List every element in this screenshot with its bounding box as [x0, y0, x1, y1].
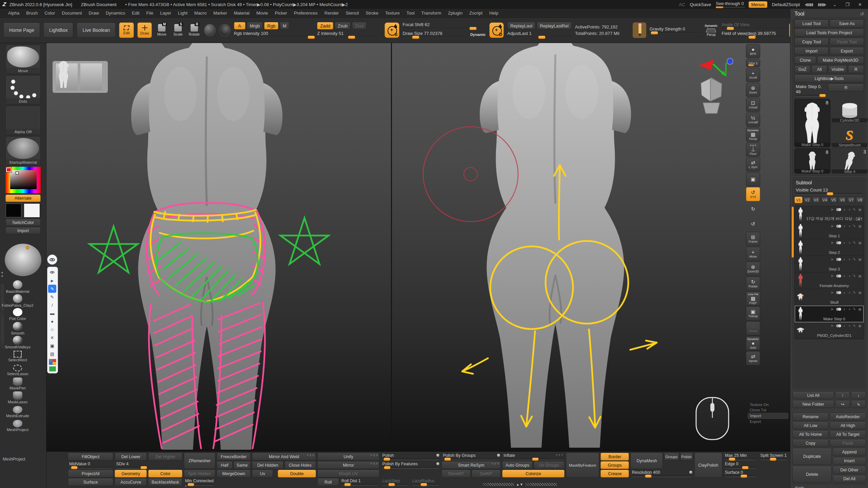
thumbnail-2[interactable]: [80, 63, 102, 90]
uv-button[interactable]: Uv: [252, 470, 273, 477]
right-shelf-button[interactable]: Line Fill ▦ PolyF: [746, 291, 760, 306]
visibility-eye-icon[interactable]: ◉: [858, 208, 862, 211]
resolution-slider[interactable]: Resolution 400: [630, 470, 693, 477]
all-low-button[interactable]: All Low: [792, 422, 829, 429]
right-shelf-button[interactable]: ● BPR: [746, 44, 760, 58]
polish-by-features-slider[interactable]: Polish By Features: [381, 461, 440, 469]
shade-icon[interactable]: ◐: [844, 324, 846, 328]
document-thumbnails[interactable]: [53, 61, 108, 93]
goz-button[interactable]: GoZ: [794, 65, 810, 73]
menu-item[interactable]: Movie: [253, 9, 272, 17]
delmt-button[interactable]: DelMT: [472, 470, 501, 477]
annotation-tool-button[interactable]: ▣: [48, 342, 56, 350]
current-material-sphere[interactable]: [5, 244, 41, 276]
divider-collapse-icon[interactable]: ◂▮▮▮▮: [805, 2, 813, 7]
visibility-eye-icon[interactable]: ◉: [858, 224, 862, 228]
dynamesh-polish-button[interactable]: Polish: [680, 453, 693, 461]
move-gyro-button[interactable]: M Move: [155, 22, 168, 38]
lightbox-button[interactable]: LightBox: [43, 23, 73, 38]
angle-of-view-slider[interactable]: Angle Of View: [722, 22, 786, 29]
color-button[interactable]: Color: [148, 470, 182, 477]
right-shelf-button[interactable]: ⇄ Xpose: [746, 351, 760, 365]
delete-button[interactable]: Delete: [792, 466, 832, 483]
paintbrush-icon[interactable]: ✎: [853, 307, 856, 311]
subtool-row[interactable]: ➤ ◐ ◑ ✎ ◉ Step 2: [795, 239, 864, 256]
material-toggle-icon[interactable]: [204, 24, 216, 36]
subtool-drag-icon[interactable]: ➤: [831, 258, 834, 261]
rotate-gyro-button[interactable]: R Rotate: [188, 22, 201, 38]
append-button[interactable]: Append: [833, 448, 866, 456]
import-texture-button[interactable]: Import: [5, 227, 41, 234]
contrast-icon[interactable]: ◑: [848, 258, 851, 261]
menu-item[interactable]: Zscript: [466, 9, 486, 17]
move-out-folder-button[interactable]: ↪: [835, 400, 850, 408]
fillobject-button[interactable]: FillObject: [68, 453, 113, 461]
right-shelf-button[interactable]: ◌ Ghost: [746, 321, 760, 336]
insert-button[interactable]: Insert: [833, 457, 866, 465]
close-icon[interactable]: ✕: [856, 2, 864, 7]
projectall-button[interactable]: ProjectAll: [68, 470, 113, 477]
colorize-button[interactable]: Colorize: [502, 470, 565, 477]
right-shelf-button[interactable]: Dynamic ● Solo: [746, 336, 760, 350]
annotation-tool-button[interactable]: ●: [48, 317, 56, 325]
import-tool-button[interactable]: Import: [794, 47, 829, 55]
contrast-icon[interactable]: ◑: [848, 307, 851, 311]
all-to-home-button[interactable]: All To Home: [792, 430, 829, 438]
home-page-button[interactable]: Home Page: [3, 23, 40, 38]
paintbrush-icon[interactable]: ✎: [853, 324, 856, 328]
paste-tool-button[interactable]: Paste Tool: [830, 38, 864, 46]
clone-button[interactable]: Clone: [794, 56, 816, 64]
menu-item[interactable]: Transform: [418, 9, 445, 17]
subtool-down-button[interactable]: ↓: [851, 391, 866, 399]
menu-item[interactable]: Macro: [191, 9, 210, 17]
subtool-row[interactable]: ➤ ◐ ◑ ✎ ◉ PM3D_Cylinder3D1: [795, 322, 864, 339]
right-shelf-button[interactable]: SPix 3: [746, 59, 760, 67]
menu-item[interactable]: Render: [321, 9, 342, 17]
load-tool-button[interactable]: Load Tool: [794, 20, 829, 27]
roll-dist-slider[interactable]: Roll Dist 1: [340, 478, 380, 486]
right-shelf-button[interactable]: ⇄ L.Sym: [746, 157, 760, 171]
duplicate-button[interactable]: Duplicate: [792, 448, 832, 465]
annotation-eye-button[interactable]: [48, 268, 56, 276]
visibility-eye-icon[interactable]: ◉: [858, 258, 862, 261]
sdiv-slider[interactable]: SDiv 4: [115, 461, 147, 469]
shelf-item[interactable]: Flat Color: [0, 308, 35, 322]
dynamesh-button[interactable]: DynaMesh: [630, 453, 663, 469]
menu-item[interactable]: Document: [58, 9, 85, 17]
rgb-intensity-slider[interactable]: Rgb Intensity 100: [234, 31, 314, 38]
a-button[interactable]: A: [234, 22, 245, 29]
replay-icon[interactable]: D: [489, 22, 504, 38]
zremesher-button[interactable]: ZRemesher: [184, 453, 215, 469]
subtool-view-tab[interactable]: V3: [812, 197, 820, 203]
shelf-item[interactable]: SelectRect: [0, 350, 35, 364]
subtool-row[interactable]: ➤ ◐ ◑ ✎ ◉ 17강 여성 3단계 바디 각상 - [골반: [795, 206, 864, 223]
split-screen-slider[interactable]: Split Screen 1: [759, 453, 789, 461]
menu-item[interactable]: Brush: [23, 9, 41, 17]
split-hidden-button[interactable]: Split Hidden: [184, 470, 215, 477]
right-shelf-button[interactable]: ⊡ Actual: [746, 98, 760, 112]
secondary-color-swatch[interactable]: [24, 203, 40, 218]
min-connected-slider[interactable]: Min Connected I: [184, 478, 215, 486]
copy-tool-button[interactable]: Copy Tool: [794, 38, 829, 46]
menu-item[interactable]: Material: [231, 9, 253, 17]
visibility-toggle-button[interactable]: [47, 255, 57, 265]
visibility-eye-icon[interactable]: ◉: [858, 324, 862, 328]
draw-size-slider[interactable]: Draw Size 77.02378: [403, 31, 469, 38]
save-as-button[interactable]: Save As: [830, 20, 864, 27]
menu-item[interactable]: Light: [175, 9, 191, 17]
menu-item[interactable]: Draw: [85, 9, 102, 17]
right-shelf-button[interactable]: ▣ Transp: [746, 306, 760, 321]
menu-item[interactable]: Preferences: [291, 9, 321, 17]
minimize-icon[interactable]: ⌄: [831, 2, 839, 7]
del-lower-button[interactable]: Del Lower: [115, 453, 147, 461]
right-shelf-button[interactable]: + Scroll: [746, 68, 760, 82]
shade-icon[interactable]: ◐: [844, 241, 846, 245]
texture-on-button[interactable]: Texture On: [748, 402, 788, 407]
zcut-button[interactable]: Zcut: [352, 22, 367, 29]
subtool-drag-icon[interactable]: ➤: [831, 224, 834, 228]
subtool-drag-icon[interactable]: ➤: [831, 307, 834, 311]
mirror-and-weld-button[interactable]: Mirror And Weldx y z: [252, 453, 316, 461]
subtool-row[interactable]: ➤ ◐ ◑ ✎ ◉ Make Step 0: [795, 306, 864, 322]
accucurve-button[interactable]: AccuCurve: [115, 478, 147, 486]
storemt-button[interactable]: StoreMT: [441, 470, 471, 477]
